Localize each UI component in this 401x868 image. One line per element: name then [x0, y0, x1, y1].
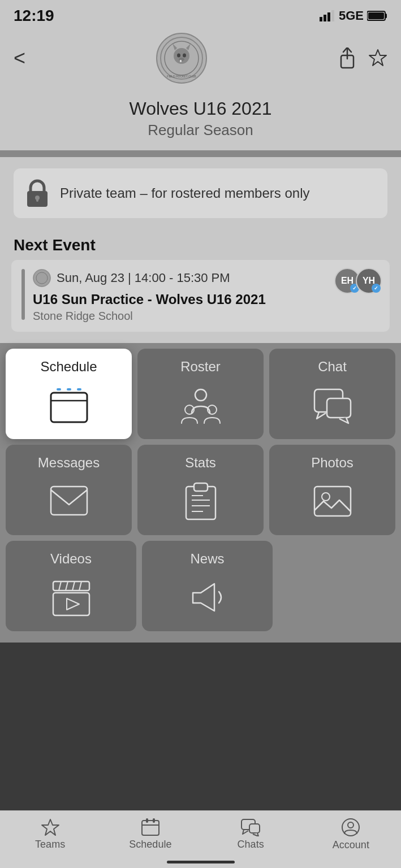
news-cell[interactable]: News	[142, 541, 273, 631]
schedule-icon	[46, 385, 92, 426]
svg-point-42	[322, 493, 330, 501]
svg-rect-34	[51, 487, 87, 515]
stats-cell[interactable]: Stats	[137, 445, 264, 535]
nav-teams-icon	[41, 818, 60, 836]
roster-icon	[178, 385, 223, 426]
svg-rect-5	[385, 14, 387, 18]
next-event-label: Next Event	[0, 229, 401, 260]
chat-cell[interactable]: Chat	[269, 349, 395, 439]
svg-rect-56	[249, 824, 260, 833]
svg-rect-33	[327, 398, 351, 418]
nav-teams[interactable]: Teams	[0, 818, 100, 850]
section-divider-1	[0, 150, 401, 157]
videos-cell[interactable]: Videos	[6, 541, 136, 631]
team-logo-wrap: FIELD HOCKEY CLUB	[156, 33, 207, 84]
roster-icon-svg	[178, 385, 223, 426]
svg-rect-51	[142, 821, 159, 835]
svg-marker-50	[42, 819, 59, 835]
svg-rect-15	[180, 60, 182, 62]
messages-cell[interactable]: Messages	[6, 445, 132, 535]
nav-account[interactable]: Account	[301, 818, 401, 851]
avatar-yh: YH ✓	[356, 268, 382, 294]
svg-rect-27	[51, 393, 87, 422]
stats-icon	[178, 481, 223, 522]
svg-text:FIELD HOCKEY CLUB: FIELD HOCKEY CLUB	[167, 75, 196, 78]
photos-cell[interactable]: Photos	[269, 445, 395, 535]
svg-rect-41	[314, 487, 351, 516]
back-button[interactable]: <	[14, 46, 25, 70]
nav-chats[interactable]: Chats	[201, 818, 301, 850]
svg-point-58	[348, 822, 353, 828]
wolf-logo-svg: FIELD HOCKEY CLUB	[160, 37, 203, 80]
team-logo: FIELD HOCKEY CLUB	[156, 33, 207, 84]
nav-account-icon	[341, 818, 360, 837]
nav-chats-label: Chats	[238, 839, 264, 850]
schedule-cell[interactable]: Schedule	[6, 349, 132, 439]
event-content: Sun, Aug 23 | 14:00 - 15:30 PM U16 Sun P…	[33, 269, 380, 323]
event-card[interactable]: Sun, Aug 23 | 14:00 - 15:30 PM U16 Sun P…	[11, 260, 390, 332]
event-avatars: EH ✓ YH ✓	[334, 268, 382, 294]
team-season: Regular Season	[0, 121, 401, 139]
event-left-bar	[21, 269, 25, 320]
bottom-spacer	[0, 643, 401, 710]
check-badge-yh: ✓	[372, 284, 381, 293]
nav-schedule-icon	[141, 818, 160, 836]
svg-rect-48	[53, 593, 89, 615]
grid-row-3: Videos News	[6, 541, 395, 631]
svg-rect-53	[146, 818, 148, 823]
svg-point-12	[177, 54, 180, 58]
schedule-label: Schedule	[40, 359, 97, 375]
status-icons: 5GE	[320, 8, 387, 23]
svg-rect-24	[57, 388, 61, 390]
svg-line-45	[66, 581, 68, 591]
svg-point-13	[183, 54, 186, 58]
svg-rect-0	[320, 17, 322, 21]
svg-marker-18	[369, 50, 386, 66]
private-banner-inner: Private team – for rostered members only	[14, 168, 387, 218]
svg-rect-1	[324, 15, 326, 21]
chat-icon-svg	[310, 385, 355, 426]
svg-rect-54	[153, 818, 155, 823]
roster-cell[interactable]: Roster	[137, 349, 264, 439]
event-name: U16 Sun Practice - Wolves U16 2021	[33, 292, 380, 307]
svg-marker-49	[67, 598, 79, 610]
lock-icon	[25, 179, 50, 208]
event-logo-svg	[33, 269, 51, 287]
event-top-row: Sun, Aug 23 | 14:00 - 15:30 PM	[33, 269, 380, 287]
status-bar: 12:19 5GE	[0, 0, 401, 28]
favorite-button[interactable]	[368, 49, 387, 68]
news-icon-svg	[185, 577, 230, 618]
svg-rect-2	[327, 12, 330, 21]
svg-line-46	[72, 581, 75, 591]
roster-label: Roster	[180, 359, 221, 375]
videos-icon	[49, 577, 94, 618]
nav-account-label: Account	[333, 839, 369, 851]
photos-icon-svg	[310, 481, 355, 522]
nav-schedule[interactable]: Schedule	[100, 818, 200, 850]
signal-icon	[320, 10, 335, 21]
grid-row-2: Messages Stats	[6, 445, 395, 535]
videos-icon-svg	[49, 577, 94, 618]
svg-point-29	[195, 389, 206, 401]
svg-rect-21	[36, 198, 38, 202]
svg-line-44	[59, 581, 61, 591]
home-indicator	[167, 861, 235, 863]
stats-label: Stats	[185, 455, 216, 471]
chat-icon	[310, 385, 355, 426]
event-time: Sun, Aug 23 | 14:00 - 15:30 PM	[57, 271, 230, 285]
event-location: Stone Ridge School	[33, 310, 380, 323]
chat-label: Chat	[318, 359, 347, 375]
photos-icon	[310, 481, 355, 522]
lock-svg	[25, 179, 50, 208]
team-name: Wolves U16 2021	[0, 98, 401, 119]
network-label: 5GE	[339, 8, 364, 23]
news-icon	[185, 577, 230, 618]
nav-teams-label: Teams	[35, 839, 65, 850]
messages-label: Messages	[38, 455, 100, 471]
next-event-section: Next Event Sun, Aug 23 | 14:00 - 15:30 P…	[0, 229, 401, 343]
share-button[interactable]	[338, 47, 357, 69]
calendar-icon-svg	[46, 385, 92, 426]
news-label: News	[190, 551, 224, 567]
empty-grid-cell	[278, 541, 395, 631]
nav-schedule-label: Schedule	[129, 839, 171, 850]
